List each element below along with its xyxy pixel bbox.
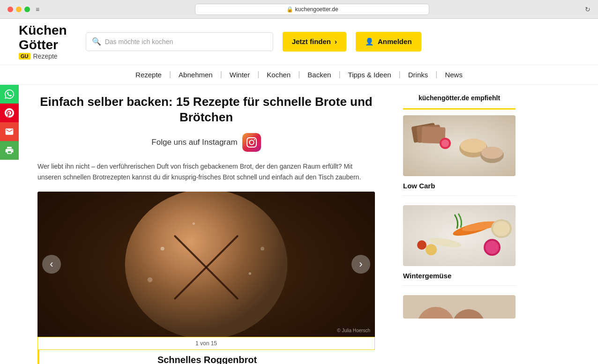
- instagram-follow-block[interactable]: Folge uns auf Instagram: [37, 133, 375, 152]
- url-text: kuchengoetter.de: [295, 6, 338, 13]
- browser-chrome: ≡ 🔒 kuchengoetter.de ↻: [0, 0, 598, 19]
- svg-point-7: [193, 223, 195, 225]
- address-bar[interactable]: 🔒 kuchengoetter.de: [195, 4, 429, 15]
- photo-credit: © Julia Hoersch: [337, 328, 370, 333]
- sidebar-card-third[interactable]: [403, 295, 516, 319]
- instagram-icon: [242, 133, 261, 152]
- article-title: Einfach selber backen: 15 Rezepte für sc…: [37, 94, 375, 126]
- pinterest-share-button[interactable]: [0, 104, 19, 122]
- find-arrow-icon: ›: [335, 37, 337, 45]
- svg-point-5: [161, 247, 164, 251]
- slide-next-button[interactable]: ›: [351, 255, 370, 274]
- svg-rect-10: [403, 115, 516, 176]
- lock-icon: 🔒: [286, 6, 293, 13]
- logo-title: KüchenGötter: [19, 23, 67, 52]
- nav-rezepte[interactable]: Rezepte: [128, 69, 169, 81]
- sidebar-card-title-winter: Wintergemüse: [403, 270, 516, 282]
- svg-point-27: [417, 240, 426, 250]
- search-bar[interactable]: 🔍 Das möchte ich kochen: [86, 32, 273, 51]
- right-sidebar: küchengötter.de empfiehlt: [394, 85, 525, 364]
- svg-point-29: [493, 221, 510, 236]
- print-button[interactable]: [0, 141, 19, 160]
- instagram-follow-text: Folge uns auf Instagram: [151, 138, 237, 147]
- sidebar-card-lowcarb[interactable]: Low Carb: [403, 115, 516, 196]
- find-button[interactable]: Jetzt finden ›: [283, 32, 346, 52]
- close-dot[interactable]: [7, 7, 13, 12]
- card-divider-2: [403, 285, 516, 286]
- nav-tipps[interactable]: Tipps & Ideen: [341, 69, 399, 81]
- slide-prev-button[interactable]: ‹: [42, 255, 61, 274]
- email-share-button[interactable]: [0, 122, 19, 141]
- user-icon: 👤: [365, 37, 374, 46]
- gu-badge: GU: [19, 53, 30, 59]
- svg-point-25: [486, 241, 499, 254]
- nav-drinks[interactable]: Drinks: [401, 69, 436, 81]
- sidebar-card-image-lowcarb: [403, 115, 516, 176]
- slide-counter: 1 von 15: [37, 337, 375, 350]
- svg-point-6: [249, 272, 251, 275]
- fullscreen-dot[interactable]: [24, 7, 30, 12]
- slide-recipe-title: Schnelles Roggenbrot: [37, 350, 375, 364]
- sidebar-card-title-lowcarb: Low Carb: [403, 180, 516, 192]
- sidebar-card-winter[interactable]: Wintergemüse: [403, 205, 516, 286]
- svg-point-17: [481, 147, 503, 159]
- search-icon: 🔍: [92, 37, 101, 46]
- reload-icon[interactable]: ↻: [585, 6, 591, 13]
- site-header: KüchenGötter GU Rezepte 🔍 Das möchte ich…: [0, 19, 598, 65]
- whatsapp-share-button[interactable]: [0, 85, 19, 104]
- nav-news[interactable]: News: [437, 69, 470, 81]
- main-content: Einfach selber backen: 15 Rezepte für sc…: [0, 85, 598, 364]
- sidebar-heading-bar: [403, 108, 516, 110]
- svg-point-2: [125, 192, 288, 337]
- browser-traffic-lights: [7, 7, 30, 12]
- minimize-dot[interactable]: [16, 7, 22, 12]
- svg-point-8: [148, 277, 153, 282]
- sidebar-card-image-winter: [403, 205, 516, 266]
- svg-point-19: [441, 140, 449, 147]
- main-nav: Rezepte | Abnehmen | Winter | Kochen | B…: [0, 65, 598, 85]
- article-intro: Wer liebt ihn nicht – den verführerische…: [37, 161, 375, 182]
- social-sidebar: [0, 85, 19, 364]
- card-divider-1: [403, 195, 516, 196]
- sidebar-card-image-third: [403, 295, 516, 319]
- search-placeholder: Das möchte ich kochen: [105, 38, 173, 45]
- nav-backen[interactable]: Backen: [300, 69, 338, 81]
- nav-kochen[interactable]: Kochen: [259, 69, 298, 81]
- article-area: Einfach selber backen: 15 Rezepte für sc…: [19, 85, 394, 364]
- nav-abnehmen[interactable]: Abnehmen: [171, 69, 220, 81]
- sidebar-heading: küchengötter.de empfiehlt: [403, 94, 516, 104]
- nav-winter[interactable]: Winter: [222, 69, 257, 81]
- slideshow: © Julia Hoersch ‹ › 1 von 15 Schnelles R…: [37, 192, 375, 364]
- login-button[interactable]: 👤 Anmelden: [356, 32, 421, 52]
- svg-point-26: [426, 244, 437, 255]
- svg-point-9: [261, 247, 264, 251]
- slide-image: © Julia Hoersch ‹ ›: [37, 192, 375, 337]
- browser-menu-icon[interactable]: ≡: [36, 6, 39, 13]
- tagline: Rezepte: [33, 52, 58, 60]
- logo-subtitle: GU Rezepte: [19, 52, 67, 60]
- logo[interactable]: KüchenGötter GU Rezepte: [19, 23, 67, 60]
